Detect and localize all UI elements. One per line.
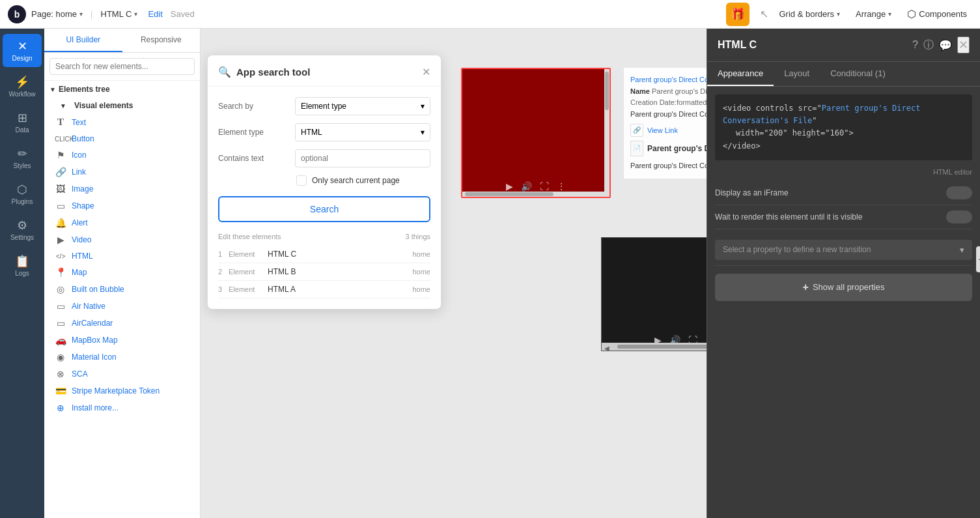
help-button[interactable]: ?	[912, 39, 918, 51]
cursor-tool[interactable]: ↖	[760, 8, 768, 20]
visual-elements-arrow-icon: ▼	[60, 102, 66, 109]
logs-label: Logs	[15, 270, 29, 277]
result-item-2[interactable]: 2 Element HTML B home	[218, 263, 430, 281]
img-placeholder-row: Parent group's Direct Conversation's Pic…	[630, 160, 707, 172]
element-type-chevron-icon: ▾	[421, 128, 425, 137]
display-iframe-toggle[interactable]	[946, 186, 972, 199]
view-link-text[interactable]: View Link	[647, 125, 678, 137]
element-item-material-icon[interactable]: ◉ Material Icon	[44, 349, 200, 366]
sidebar-item-logs[interactable]: 📋 Logs	[3, 249, 42, 282]
modal-close-button[interactable]: ✕	[422, 66, 430, 78]
video2-scrollbar-h[interactable]: ▶ ◀	[602, 343, 707, 351]
canvas-area[interactable]: 🔍 App search tool ✕ Search by Element ty…	[201, 29, 707, 518]
html-selector[interactable]: HTML C ▾	[101, 9, 138, 19]
contains-text-input[interactable]	[295, 149, 430, 167]
page-selector[interactable]: Page: home ▾	[31, 9, 83, 19]
element-item-icon[interactable]: ⚑ Icon	[44, 147, 200, 164]
chat-button[interactable]: 💬	[939, 39, 952, 51]
search-input[interactable]	[49, 58, 195, 75]
elements-tree-toggle[interactable]: ▼ Elements tree	[44, 81, 200, 98]
info-link-1[interactable]: Parent group's Direct Conversation	[630, 76, 707, 83]
plus-icon: +	[803, 281, 809, 293]
modal-search-icon: 🔍	[218, 66, 231, 78]
element-item-link[interactable]: 🔗 Link	[44, 164, 200, 180]
search-by-select[interactable]: Element type ▾	[295, 97, 430, 115]
result-num-1: 1	[218, 250, 229, 258]
search-button[interactable]: Search	[218, 196, 430, 222]
element-item-map[interactable]: 📍 Map	[44, 264, 200, 281]
grid-borders-button[interactable]: Grid & borders ▾	[774, 7, 845, 22]
transition-select[interactable]: Select a property to define a new transi…	[715, 240, 972, 260]
video-icon: ▶	[55, 235, 66, 245]
tab-conditional[interactable]: Conditional (1)	[820, 62, 896, 86]
sidebar-item-workflow[interactable]: ⚡ Workflow	[3, 70, 42, 103]
play-icon[interactable]: ▶	[506, 181, 513, 192]
fullscreen-icon[interactable]: ⛶	[540, 181, 549, 192]
components-button[interactable]: ⬡ Components	[902, 5, 972, 23]
search-area	[44, 53, 200, 81]
canvas-info-panel: Parent group's Direct Conversation Name …	[624, 68, 707, 179]
view-link-row[interactable]: 🔗 View Link	[630, 124, 707, 137]
element-item-stripe[interactable]: 💳 Stripe Marketplace Token	[44, 382, 200, 399]
gift-icon[interactable]: 🎁	[726, 3, 749, 26]
scroll-arrow-left[interactable]: ◀	[604, 345, 609, 352]
code-line2: "	[812, 116, 817, 125]
result-type-2: Element	[229, 268, 268, 276]
sidebar-item-data[interactable]: ⊞ Data	[3, 106, 42, 139]
right-panel-title: HTML C	[718, 39, 912, 51]
info-text4: Parent group's Direct Conversation's	[630, 110, 707, 118]
arrange-button[interactable]: Arrange ▾	[850, 7, 897, 22]
tab-responsive[interactable]: Responsive	[122, 29, 201, 52]
components-icon: ⬡	[907, 8, 916, 20]
edit-button[interactable]: Edit	[148, 9, 162, 19]
right-panel-close-button[interactable]: ✕	[957, 36, 970, 53]
sidebar-item-plugins[interactable]: ⬡ Plugins	[3, 177, 42, 210]
info-date: Creation Date:formatted as February	[630, 98, 707, 106]
sidebar-item-styles[interactable]: ✏ Styles	[3, 141, 42, 175]
element-item-aircalendar[interactable]: ▭ AirCalendar	[44, 315, 200, 332]
doc-row: 📄 Parent group's Direct Convers	[630, 141, 707, 156]
element-item-video[interactable]: ▶ Video	[44, 231, 200, 248]
sidebar-item-settings[interactable]: ⚙ Settings	[3, 213, 42, 246]
element-item-button[interactable]: CLICK Button	[44, 131, 200, 147]
result-page-1: home	[412, 250, 430, 258]
canvas-video-element[interactable]: ▶ 🔊 ⛶ ⋮	[461, 68, 611, 198]
result-page-2: home	[412, 268, 430, 276]
element-item-text[interactable]: T Text	[44, 113, 200, 131]
info-button[interactable]: ⓘ	[923, 38, 934, 52]
sidebar-item-design[interactable]: ✕ Design	[3, 34, 42, 67]
tab-ui-builder[interactable]: UI Builder	[44, 29, 122, 52]
mapbox-icon: 🚗	[55, 335, 66, 345]
element-item-html[interactable]: </> HTML	[44, 248, 200, 264]
element-item-image[interactable]: 🖼 Image	[44, 180, 200, 197]
volume-icon[interactable]: 🔊	[521, 181, 532, 192]
code-line3: width="200" height="160">	[723, 128, 854, 137]
data-label: Data	[15, 126, 29, 134]
element-item-air-native[interactable]: ▭ Air Native	[44, 298, 200, 315]
wait-render-label: Wait to render this element until it is …	[715, 212, 946, 222]
canvas-video-element-2[interactable]: ▶ 🔊 ⛶ ▶ ◀	[601, 237, 707, 351]
video-scrollbar-h[interactable]	[462, 192, 609, 197]
video2-scroll-track	[617, 345, 707, 349]
element-item-built-on-bubble[interactable]: ◎ Built on Bubble	[44, 281, 200, 298]
wait-render-toggle[interactable]	[946, 210, 972, 223]
element-item-alert[interactable]: 🔔 Alert	[44, 214, 200, 231]
result-item-1[interactable]: 1 Element HTML C home	[218, 246, 430, 263]
element-type-select[interactable]: HTML ▾	[295, 123, 430, 141]
video-display[interactable]: ▶ 🔊 ⛶ ⋮	[461, 68, 611, 198]
element-item-sca[interactable]: ⊗ SCA	[44, 366, 200, 382]
map-icon: 📍	[55, 267, 66, 278]
modal-body: Search by Element type ▾ Element type HT…	[208, 87, 441, 309]
element-item-mapbox[interactable]: 🚗 MapBox Map	[44, 332, 200, 349]
grid-chevron-icon: ▾	[837, 10, 840, 18]
tab-appearance[interactable]: Appearance	[707, 62, 774, 86]
only-current-page-checkbox[interactable]	[296, 175, 307, 186]
logo[interactable]: b	[8, 5, 26, 23]
element-item-shape[interactable]: ▭ Shape	[44, 197, 200, 214]
video-scrollbar-v[interactable]	[604, 69, 609, 197]
tab-layout[interactable]: Layout	[774, 62, 820, 86]
show-all-properties-button[interactable]: + Show all properties	[715, 274, 972, 301]
element-item-install-more[interactable]: ⊕ Install more...	[44, 399, 200, 416]
more-icon[interactable]: ⋮	[557, 181, 566, 192]
result-item-3[interactable]: 3 Element HTML A home	[218, 281, 430, 298]
